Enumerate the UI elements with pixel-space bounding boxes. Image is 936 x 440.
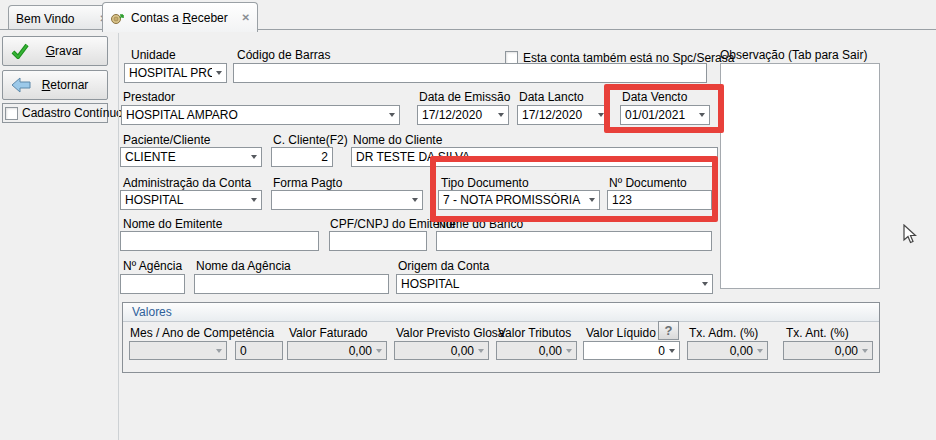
chevron-down-icon: [757, 349, 763, 353]
chevron-down-icon[interactable]: [598, 113, 604, 117]
codigo-barras-label: Código de Barras: [237, 49, 330, 62]
prestador-label: Prestador: [123, 91, 175, 104]
mes-ano-competencia-label: Mes / Ano de Competência: [130, 327, 274, 340]
valor-liquido-label: Valor Líquido: [586, 327, 656, 340]
forma-pagto-combobox[interactable]: [271, 190, 423, 210]
paciente-cliente-label: Paciente/Cliente: [123, 134, 210, 147]
codigo-barras-input[interactable]: [233, 63, 707, 83]
data-lancto-datepicker[interactable]: 17/12/2020: [517, 105, 609, 125]
administracao-conta-combobox[interactable]: HOSPITAL: [120, 190, 262, 210]
help-button[interactable]: ?: [658, 321, 679, 340]
chevron-down-icon[interactable]: [412, 198, 418, 202]
c-cliente-label: C. Cliente(F2): [273, 134, 348, 147]
data-vencto-label: Data Vencto: [622, 91, 687, 104]
n-agencia-input[interactable]: [120, 274, 185, 294]
chevron-down-icon[interactable]: [251, 198, 257, 202]
tx-ant-label: Tx. Ant. (%): [786, 327, 849, 340]
valor-previsto-glosa-label: Valor Previsto Glosa: [396, 327, 505, 340]
nome-agencia-label: Nome da Agência: [196, 260, 291, 273]
gravar-button[interactable]: Gravar: [2, 36, 108, 66]
data-vencto-datepicker[interactable]: 01/01/2021: [620, 105, 710, 125]
spc-serasa-checkbox[interactable]: [505, 51, 518, 64]
money-icon: [110, 11, 125, 25]
tx-adm-input[interactable]: 0,00: [687, 341, 768, 360]
chevron-down-icon[interactable]: [251, 155, 257, 159]
prestador-combobox[interactable]: HOSPITAL AMPARO: [121, 105, 400, 125]
n-documento-label: Nº Documento: [609, 177, 687, 190]
valores-title: Valores: [123, 303, 879, 322]
nome-banco-input[interactable]: [436, 231, 712, 251]
gravar-label: Gravar: [29, 44, 99, 58]
tx-adm-label: Tx. Adm. (%): [689, 327, 758, 340]
valor-faturado-input[interactable]: 0,00: [287, 341, 387, 360]
observacao-textarea[interactable]: [720, 63, 880, 289]
ano-competencia-input[interactable]: 0: [235, 341, 283, 360]
valor-tributos-label: Valor Tributos: [498, 327, 571, 340]
retornar-label: Retornar: [31, 78, 99, 92]
observacao-label: Observação (Tab para Sair): [720, 49, 867, 62]
chevron-down-icon: [376, 349, 382, 353]
nome-emitente-input[interactable]: [120, 231, 319, 251]
administracao-conta-label: Administração da Conta: [123, 177, 251, 190]
chevron-down-icon[interactable]: [702, 282, 708, 286]
tab-contas-a-receber-label: Contas a Receber: [131, 11, 228, 25]
tab-contas-a-receber[interactable]: Contas a Receber ✕: [102, 2, 258, 32]
n-documento-input[interactable]: 123: [607, 190, 712, 210]
tx-ant-input[interactable]: 0,00: [783, 341, 873, 360]
chevron-down-icon: [216, 349, 222, 353]
spc-serasa-label: Esta conta também está no Spc/Serasa: [523, 52, 734, 65]
chevron-down-icon[interactable]: [389, 113, 395, 117]
nome-emitente-label: Nome do Emitente: [123, 218, 222, 231]
chevron-down-icon: [478, 349, 484, 353]
nome-cliente-input[interactable]: DR TESTE DA SILVA: [351, 147, 718, 167]
mouse-cursor-icon: [903, 224, 917, 248]
panel-divider: [118, 31, 119, 440]
tipo-documento-combobox[interactable]: 7 - NOTA PROMISSÓRIA: [438, 190, 600, 210]
cadastro-continuo-checkbox[interactable]: [5, 107, 18, 120]
origem-conta-combobox[interactable]: HOSPITAL: [396, 274, 713, 294]
cadastro-continuo-toggle[interactable]: Cadastro Contínuo: [2, 103, 108, 123]
retornar-button[interactable]: Retornar: [2, 70, 108, 100]
mes-ano-competencia-combobox[interactable]: [129, 341, 227, 360]
chevron-down-icon[interactable]: [699, 113, 705, 117]
data-lancto-label: Data Lancto: [519, 91, 584, 104]
contas-a-receber-window: Bem Vindo ✕ Contas a Receber ✕ Gravar: [0, 0, 936, 440]
forma-pagto-label: Forma Pagto: [273, 177, 342, 190]
chevron-down-icon: [862, 349, 868, 353]
arrow-left-icon: [11, 77, 31, 93]
unidade-combobox[interactable]: HOSPITAL PROI: [124, 63, 227, 83]
chevron-down-icon[interactable]: [669, 349, 675, 353]
nome-banco-label: Nome do Banco: [437, 218, 523, 231]
chevron-down-icon: [566, 349, 572, 353]
nome-agencia-input[interactable]: [194, 274, 389, 294]
data-emissao-datepicker[interactable]: 17/12/2020: [417, 105, 509, 125]
paciente-cliente-combobox[interactable]: CLIENTE: [120, 147, 262, 167]
question-mark-icon: ?: [665, 323, 673, 338]
tab-bem-vindo-label: Bem Vindo: [16, 12, 74, 26]
data-emissao-label: Data de Emissão: [419, 91, 510, 104]
nome-cliente-label: Nome do Cliente: [353, 134, 442, 147]
tipo-documento-label: Tipo Documento: [441, 177, 529, 190]
chevron-down-icon[interactable]: [498, 113, 504, 117]
cadastro-continuo-label: Cadastro Contínuo: [22, 106, 123, 120]
chevron-down-icon[interactable]: [589, 198, 595, 202]
tab-bem-vindo[interactable]: Bem Vindo ✕: [8, 5, 116, 31]
check-icon: [11, 43, 29, 59]
cpf-cnpj-emitente-input[interactable]: [329, 231, 427, 251]
chevron-down-icon[interactable]: [216, 71, 222, 75]
n-agencia-label: Nº Agência: [123, 260, 182, 273]
valor-previsto-glosa-input[interactable]: 0,00: [394, 341, 489, 360]
unidade-label: Unidade: [131, 49, 176, 62]
c-cliente-input[interactable]: 2: [271, 147, 333, 167]
origem-conta-label: Origem da Conta: [398, 260, 489, 273]
valor-tributos-input[interactable]: 0,00: [496, 341, 577, 360]
close-icon[interactable]: ✕: [242, 12, 250, 23]
valor-liquido-input[interactable]: 0: [583, 341, 680, 360]
valor-faturado-label: Valor Faturado: [289, 327, 368, 340]
